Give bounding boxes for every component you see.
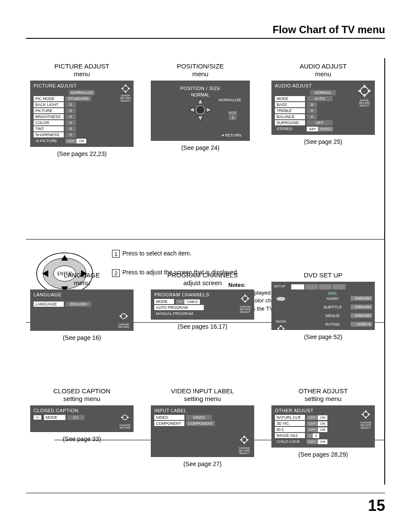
video-input-label-panel: VIDEO INPUT LABEL setting menu INPUT LAB…: [151, 387, 254, 467]
page-title: Flow Chart of TV menu: [273, 24, 385, 36]
program-channels-osd: PROGRAM CHANNELS MODE TVCABLE AUTO PROGR…: [151, 289, 254, 320]
svg-point-44: [363, 412, 368, 417]
panel-heading: DVD SET UP: [271, 271, 375, 279]
svg-marker-38: [127, 416, 129, 419]
nav-cross-icon: [187, 97, 213, 124]
svg-marker-46: [364, 417, 367, 419]
nav-pad-icon: CHANGE RETURN SELECT: [359, 408, 372, 429]
closed-caption-osd: CLOSED CAPTION CCMODEC1 CHANGE RETURN: [30, 405, 134, 432]
svg-marker-47: [361, 413, 364, 416]
svg-marker-11: [363, 84, 366, 87]
svg-point-36: [122, 415, 127, 420]
divider: [26, 239, 384, 240]
cc-icon: CC: [34, 415, 41, 420]
bottom-rule: [26, 493, 385, 493]
content-frame: PICTURE ADJUST menu PICTURE ADJUST NORMA…: [26, 58, 385, 485]
svg-marker-2: [125, 91, 127, 93]
panel-heading: PICTURE ADJUST menu: [30, 62, 134, 78]
svg-marker-8: [189, 107, 194, 112]
audio-adjust-osd: AUDIO ADJUST NORMAL MODEAUTO BASS0 TREBL…: [271, 81, 375, 135]
panel-heading: CLOSED CAPTION setting menu: [30, 387, 134, 403]
nav-pad-icon: ENTER RETURN SELECT: [357, 83, 372, 107]
see-page-ref: (See pages 28,29): [271, 451, 375, 458]
svg-marker-32: [280, 325, 282, 327]
picture-adjust-panel: PICTURE ADJUST menu PICTURE ADJUST NORMA…: [30, 62, 134, 157]
panel-heading: OTHER ADJUST setting menu: [271, 387, 375, 403]
svg-marker-43: [246, 439, 249, 441]
dvd-tabs: [291, 284, 372, 289]
tab-icon: [305, 284, 318, 289]
osd-title: POSITION / SIZE: [156, 86, 245, 91]
see-page-ref: (See page 25): [271, 138, 375, 145]
ai-picture-toggle: OFFON: [65, 139, 86, 143]
input-label-osd: INPUT LABEL VIDEOVIDEO COMPONENTCOMPONEN…: [151, 405, 254, 457]
svg-point-0: [123, 86, 128, 91]
svg-marker-1: [125, 84, 127, 86]
svg-marker-24: [126, 315, 128, 317]
nav-pad-icon: CHANGE RETURN: [117, 310, 130, 328]
svg-marker-28: [241, 297, 243, 300]
nav-pad-icon: CHANGE RETURN: [119, 411, 131, 429]
svg-marker-48: [368, 413, 370, 416]
nav-pad-icon: ENTER RETURN SELECT: [120, 83, 131, 102]
language-panel: LANGUAGE menu LANGUAGE LANGUAGEENGLISH C…: [30, 271, 134, 341]
closed-caption-panel: CLOSED CAPTION setting menu CLOSED CAPTI…: [30, 387, 134, 442]
see-page-ref: (See pages 22,23): [30, 150, 134, 157]
svg-marker-41: [243, 442, 246, 444]
position-size-panel: POSITION/SIZE menu POSITION / SIZE NORMA…: [151, 62, 250, 151]
nav-pad-icon: CHANGE RETURN SELECT: [239, 292, 252, 313]
tab-icon: [333, 284, 346, 289]
svg-marker-23: [119, 315, 121, 317]
svg-marker-6: [198, 99, 203, 104]
dvd-setup-osd: SETUP ENTER RETURN DISC AUDIOENGLISH SUB…: [271, 282, 375, 330]
svg-marker-45: [364, 410, 367, 412]
svg-marker-14: [368, 89, 371, 92]
osd-title: PICTURE ADJUST: [34, 83, 130, 88]
page-number: 15: [368, 497, 385, 515]
svg-marker-29: [247, 297, 249, 300]
svg-point-22: [121, 314, 126, 319]
other-adjust-panel: OTHER ADJUST setting menu OTHER ADJUST N…: [271, 387, 375, 458]
other-adjust-osd: OTHER ADJUST NATURL CLROFFON 3D Y/COFFON…: [271, 405, 375, 448]
svg-point-10: [361, 87, 368, 95]
see-page-ref: (See page 16): [30, 334, 134, 341]
svg-marker-9: [206, 107, 212, 112]
see-page-ref: (See page 24): [151, 144, 250, 151]
panel-heading: AUDIO ADJUST menu: [271, 62, 375, 78]
step-number: 1: [112, 250, 120, 258]
title-rule: [26, 38, 385, 39]
svg-marker-7: [198, 116, 203, 121]
svg-point-30: [276, 296, 286, 301]
normalize-badge: NORMALIZE: [69, 90, 95, 95]
see-page-ref: (See page 33): [30, 436, 134, 442]
dvd-setup-panel: DVD SET UP SETUP ENTER RETURN DISC AUDIO…: [271, 271, 375, 340]
svg-marker-18: [61, 255, 68, 261]
svg-point-25: [243, 296, 248, 301]
panel-heading: PROGRAM CHANNELS adjust screen: [151, 271, 254, 287]
language-osd: LANGUAGE LANGUAGEENGLISH CHANGE RETURN: [30, 289, 134, 331]
svg-marker-4: [128, 87, 130, 90]
dvd-side-controls: ENTER RETURN: [273, 295, 289, 338]
see-page-ref: (See pages 16,17): [151, 323, 254, 330]
panel-heading: LANGUAGE menu: [30, 271, 134, 287]
panel-heading: POSITION/SIZE menu: [151, 62, 250, 78]
svg-point-31: [279, 327, 283, 331]
svg-point-39: [242, 437, 247, 442]
svg-marker-13: [358, 89, 361, 92]
see-page-ref: (See page 27): [151, 460, 254, 467]
svg-marker-34: [277, 327, 279, 330]
svg-marker-40: [243, 436, 246, 438]
svg-marker-35: [283, 327, 285, 330]
picture-adjust-osd: PICTURE ADJUST NORMALIZE PIC MODESTANDAR…: [30, 81, 134, 147]
tab-icon: [319, 284, 332, 289]
svg-marker-12: [363, 95, 366, 97]
svg-marker-42: [240, 439, 242, 441]
svg-point-5: [196, 106, 205, 114]
audio-adjust-panel: AUDIO ADJUST menu AUDIO ADJUST NORMAL MO…: [271, 62, 375, 145]
program-channels-panel: PROGRAM CHANNELS adjust screen PROGRAM C…: [151, 271, 254, 330]
svg-marker-3: [121, 87, 123, 90]
tab-icon: [291, 284, 304, 289]
svg-marker-27: [244, 301, 246, 303]
svg-marker-37: [121, 416, 123, 419]
svg-marker-26: [244, 294, 246, 296]
